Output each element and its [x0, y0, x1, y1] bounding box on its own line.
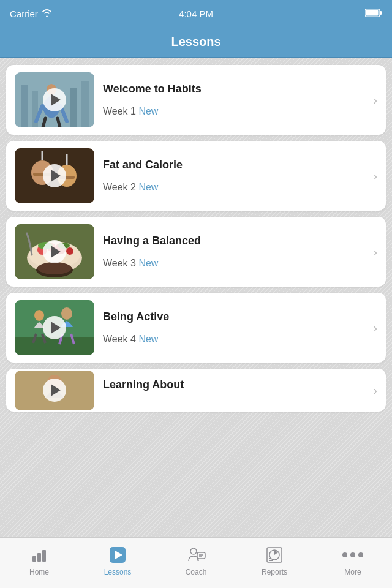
lesson-title-2: Fat and Calorie — [103, 159, 364, 172]
dot-1 — [342, 552, 347, 557]
play-button-5[interactable] — [43, 379, 66, 402]
svg-rect-28 — [15, 337, 94, 355]
lesson-title-5: Learning About — [103, 379, 364, 392]
lesson-week-3: Week 3 New — [103, 258, 364, 269]
svg-point-29 — [34, 310, 44, 321]
lesson-thumbnail-1 — [15, 72, 94, 127]
svg-rect-6 — [70, 88, 77, 127]
svg-point-32 — [61, 307, 72, 320]
tab-coach[interactable]: Coach — [157, 538, 235, 588]
lesson-card-1[interactable]: Welcome to Habits Week 1 New › — [6, 65, 386, 135]
svg-point-22 — [66, 247, 74, 255]
chevron-icon-1: › — [373, 93, 377, 107]
svg-point-42 — [190, 548, 197, 554]
lesson-info-3: Having a Balanced Week 3 New — [94, 235, 373, 269]
nav-header: Lessons — [0, 27, 392, 58]
wifi-icon — [42, 9, 52, 19]
lesson-info-2: Fat and Calorie Week 2 New — [94, 159, 373, 193]
lesson-thumbnail-2 — [15, 148, 94, 203]
dot-2 — [350, 552, 355, 557]
coach-icon — [186, 545, 206, 565]
new-badge-2: New — [138, 182, 158, 192]
svg-rect-38 — [37, 553, 41, 562]
lesson-thumbnail-5 — [15, 371, 94, 410]
battery-icon — [365, 9, 382, 19]
lesson-card-3[interactable]: Having a Balanced Week 3 New › — [6, 217, 386, 287]
carrier-label: Carrier — [10, 9, 38, 19]
lesson-week-1: Week 1 New — [103, 106, 364, 117]
more-dots — [342, 545, 363, 565]
play-button-1[interactable] — [43, 88, 66, 111]
status-bar-time: 4:04 PM — [179, 9, 213, 19]
lessons-list: Welcome to Habits Week 1 New › Fat a — [0, 58, 392, 537]
tab-more-label: More — [344, 568, 361, 576]
lesson-week-4: Week 4 New — [103, 334, 364, 345]
lessons-icon — [107, 545, 128, 565]
tab-reports-label: Reports — [262, 568, 287, 576]
tab-home[interactable]: Home — [0, 538, 78, 588]
tab-home-label: Home — [29, 568, 49, 576]
lesson-title-3: Having a Balanced — [103, 235, 364, 248]
svg-rect-4 — [21, 85, 28, 127]
tab-lessons-label: Lessons — [104, 568, 132, 576]
chevron-icon-4: › — [373, 321, 377, 335]
svg-rect-37 — [32, 556, 36, 562]
lesson-info-1: Welcome to Habits Week 1 New — [94, 83, 373, 117]
lesson-card-2[interactable]: Fat and Calorie Week 2 New › — [6, 141, 386, 211]
play-button-3[interactable] — [43, 240, 66, 263]
svg-rect-43 — [197, 552, 205, 559]
dot-3 — [358, 552, 363, 557]
play-button-2[interactable] — [43, 164, 66, 187]
svg-point-26 — [37, 262, 72, 274]
play-button-4[interactable] — [43, 316, 66, 339]
more-icon — [342, 545, 363, 565]
lesson-card-5[interactable]: Learning About › — [6, 369, 386, 412]
tab-reports[interactable]: Reports — [235, 538, 314, 588]
reports-icon — [265, 545, 284, 565]
tab-bar: Home Lessons Coach — [0, 537, 392, 588]
chevron-icon-3: › — [373, 245, 377, 259]
lesson-week-2: Week 2 New — [103, 182, 364, 193]
lesson-card-4[interactable]: Being Active Week 4 New › — [6, 293, 386, 363]
lesson-thumbnail-3 — [15, 224, 94, 279]
chevron-icon-5: › — [373, 383, 377, 398]
chevron-icon-2: › — [373, 169, 377, 183]
status-bar: Carrier 4:04 PM — [0, 0, 392, 27]
lesson-info-5: Learning About — [94, 379, 373, 402]
new-badge-4: New — [138, 334, 158, 344]
new-badge-3: New — [138, 258, 158, 268]
status-bar-left: Carrier — [10, 9, 52, 19]
svg-rect-1 — [380, 11, 382, 15]
tab-lessons[interactable]: Lessons — [78, 538, 157, 588]
lesson-thumbnail-4 — [15, 300, 94, 355]
svg-rect-39 — [42, 550, 46, 562]
lesson-info-4: Being Active Week 4 New — [94, 311, 373, 345]
tab-more[interactable]: More — [314, 538, 392, 588]
page-title: Lessons — [171, 35, 221, 49]
home-icon — [31, 545, 48, 565]
lesson-title-4: Being Active — [103, 311, 364, 324]
svg-rect-7 — [81, 81, 89, 127]
tab-coach-label: Coach — [186, 568, 207, 576]
lesson-title-1: Welcome to Habits — [103, 83, 364, 96]
svg-rect-2 — [366, 10, 379, 15]
new-badge-1: New — [138, 106, 158, 116]
